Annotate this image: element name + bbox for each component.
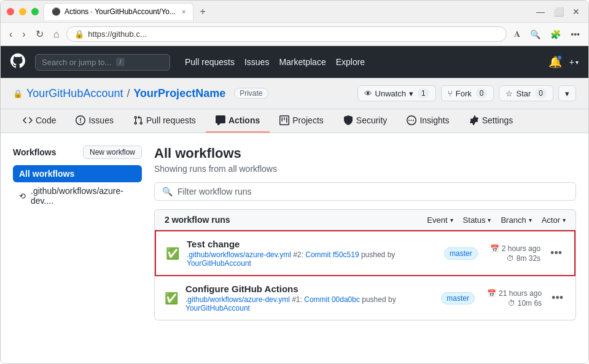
tab-title: Actions · YourGitHubAccount/Yo...	[64, 7, 176, 16]
url-text: https://github.c...	[88, 29, 146, 39]
run-2-timing: 📅 21 hours ago ⏱ 10m 6s	[487, 289, 542, 308]
top-nav-right: 🔔 + ▾	[548, 55, 579, 69]
browser-close[interactable]: ✕	[570, 6, 582, 18]
tab-actions[interactable]: Actions	[206, 109, 270, 133]
workflow-icon: ⟲	[19, 192, 26, 201]
browser-minimize[interactable]: —	[534, 6, 547, 18]
notifications-button[interactable]: 🔔	[548, 55, 562, 69]
clock-icon-2: ⏱	[508, 299, 515, 308]
tab-code[interactable]: Code	[13, 109, 66, 133]
back-button[interactable]: ‹	[7, 26, 15, 42]
lock-icon: 🔒	[74, 29, 84, 39]
run-1-pusher-link[interactable]: YourGitHubAccount	[187, 259, 251, 268]
nav-pull-requests[interactable]: Pull requests	[185, 57, 235, 67]
star-dropdown-btn[interactable]: ▾	[558, 85, 576, 101]
run-2-number: #1	[292, 295, 300, 304]
nav-marketplace[interactable]: Marketplace	[279, 57, 326, 67]
tab-settings[interactable]: Settings	[459, 109, 523, 133]
sidebar-item-azure-dev[interactable]: ⟲ .github/workflows/azure-dev....	[13, 182, 142, 209]
runs-count: 2 workflow runs	[165, 215, 427, 225]
status-filter-btn[interactable]: Status ▾	[463, 215, 491, 225]
new-tab-button[interactable]: +	[196, 5, 209, 18]
tab-projects[interactable]: Projects	[270, 109, 334, 133]
run-1-time-ago: 📅 2 hours ago	[490, 244, 540, 253]
sidebar: Workflows New workflow All workflows ⟲ .…	[13, 145, 142, 351]
event-filter-btn[interactable]: Event ▾	[427, 215, 453, 225]
star-button[interactable]: ☆ Star 0	[499, 85, 553, 101]
run-2-commit-link[interactable]: Commit 00da0bc	[304, 295, 360, 304]
browser-max-btn[interactable]	[31, 8, 39, 15]
all-workflows-label: All workflows	[19, 169, 74, 179]
workflow-subtitle: Showing runs from all workflows	[154, 164, 576, 174]
run-1-name[interactable]: Test change	[187, 239, 432, 249]
more-btn[interactable]: •••	[568, 28, 582, 41]
branch-filter-btn[interactable]: Branch ▾	[501, 215, 531, 225]
search-text: Search or jump to...	[42, 58, 111, 67]
home-button[interactable]: ⌂	[51, 26, 62, 42]
workflow-title: All workflows	[154, 145, 576, 161]
create-new-button[interactable]: + ▾	[569, 57, 579, 67]
workflow-content: All workflows Showing runs from all work…	[154, 145, 576, 351]
top-nav-links: Pull requests Issues Marketplace Explore	[185, 57, 365, 67]
fork-button[interactable]: ⑂ Fork 0	[441, 85, 494, 101]
browser-tab[interactable]: ⚫ Actions · YourGitHubAccount/Yo... ×	[44, 3, 193, 20]
filter-placeholder: Filter workflow runs	[177, 187, 252, 196]
run-2-name[interactable]: Configure GitHub Actions	[185, 284, 429, 294]
browser-restore[interactable]: ⬜	[551, 6, 566, 18]
repo-owner-link[interactable]: YourGitHubAccount	[26, 87, 123, 100]
star-count: 0	[535, 88, 547, 98]
filter-buttons: Event ▾ Status ▾ Branch ▾ Actor ▾	[427, 215, 566, 225]
star-icon: ☆	[505, 89, 513, 98]
calendar-icon: 📅	[490, 244, 499, 253]
run-1-workflow-link[interactable]: .github/workflows/azure-dev.yml	[187, 250, 291, 259]
repo-lock-icon: 🔒	[13, 89, 23, 98]
sidebar-title: Workflows	[13, 147, 57, 157]
nav-issues[interactable]: Issues	[244, 57, 269, 67]
run-1-more-button[interactable]: •••	[548, 246, 564, 261]
fork-icon: ⑂	[448, 89, 453, 98]
extensions-btn[interactable]: 🧩	[548, 28, 563, 41]
unwatch-button[interactable]: 👁 Unwatch ▾ 1	[357, 85, 436, 101]
nav-explore[interactable]: Explore	[336, 57, 365, 67]
run-item-2: ✅ Configure GitHub Actions .github/workf…	[155, 276, 575, 320]
filter-bar[interactable]: 🔍 Filter workflow runs	[154, 182, 576, 201]
repo-name-link[interactable]: YourProjectName	[133, 87, 225, 100]
run-2-more-button[interactable]: •••	[549, 290, 566, 306]
run-2-duration: ⏱ 10m 6s	[508, 299, 542, 308]
sidebar-item-all-workflows[interactable]: All workflows	[13, 165, 142, 182]
tab-issues[interactable]: Issues	[66, 109, 123, 133]
browser-close-btn[interactable]	[7, 8, 14, 15]
run-1-meta: .github/workflows/azure-dev.yml #2: Comm…	[187, 250, 432, 268]
github-logo[interactable]	[10, 53, 25, 71]
watch-caret: ▾	[409, 89, 413, 98]
runs-header: 2 workflow runs Event ▾ Status ▾ Branch …	[154, 209, 576, 230]
notification-dot	[557, 55, 562, 60]
run-2-info: Configure GitHub Actions .github/workflo…	[185, 284, 429, 312]
read-mode-btn[interactable]: 𝐀	[512, 28, 523, 41]
runs-list: ✅ Test change .github/workflows/azure-de…	[154, 230, 576, 320]
tab-close-btn[interactable]: ×	[182, 8, 185, 15]
tab-pull-requests[interactable]: Pull requests	[123, 109, 206, 133]
tab-insights[interactable]: Insights	[397, 109, 459, 133]
zoom-btn[interactable]: 🔍	[528, 28, 543, 41]
forward-button[interactable]: ›	[20, 26, 28, 42]
azure-dev-label: .github/workflows/azure-dev....	[31, 186, 136, 206]
main-content: Workflows New workflow All workflows ⟲ .…	[1, 133, 588, 363]
tab-favicon: ⚫	[52, 7, 61, 16]
unwatch-count: 1	[418, 88, 429, 98]
run-1-commit-link[interactable]: Commit f50c519	[305, 250, 359, 259]
run-1-branch-badge[interactable]: master	[444, 247, 478, 260]
search-box[interactable]: Search or jump to... /	[35, 54, 170, 71]
new-workflow-button[interactable]: New workflow	[83, 145, 142, 159]
fork-count: 0	[476, 88, 488, 98]
run-2-branch-badge[interactable]: master	[441, 292, 475, 304]
browser-min-btn[interactable]	[19, 8, 26, 15]
repo-breadcrumb: 🔒 YourGitHubAccount / YourProjectName Pr…	[13, 87, 268, 100]
run-1-info: Test change .github/workflows/azure-dev.…	[187, 239, 432, 268]
run-2-pusher-link[interactable]: YourGitHubAccount	[185, 304, 250, 312]
address-bar[interactable]: 🔒 https://github.c...	[66, 26, 507, 42]
refresh-button[interactable]: ↻	[33, 26, 46, 42]
run-2-workflow-link[interactable]: .github/workflows/azure-dev.yml	[185, 295, 290, 304]
tab-security[interactable]: Security	[334, 109, 397, 133]
actor-filter-btn[interactable]: Actor ▾	[542, 215, 566, 225]
